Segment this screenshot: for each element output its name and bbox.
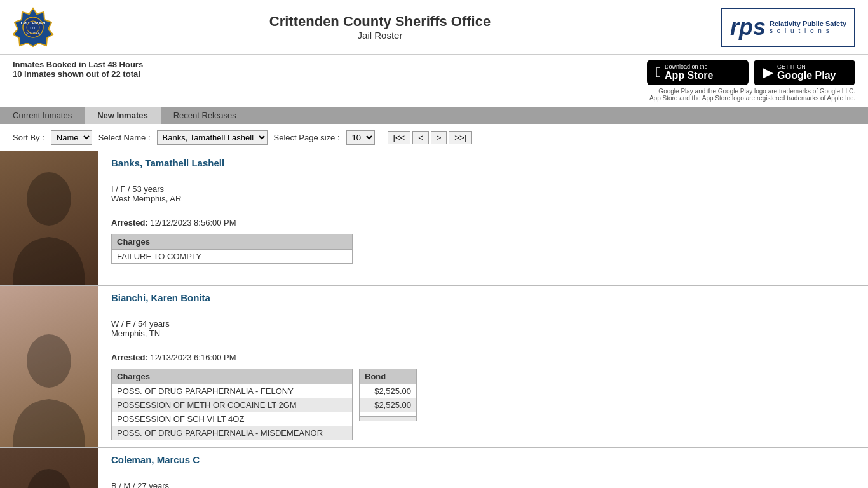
inmate-row: Coleman, Marcus CB / M / 27 yearsMarion,… [0,448,868,488]
inmate-list: Banks, Tamathell LashellI / F / 53 years… [0,151,868,488]
page-size-select[interactable]: 10 25 50 [346,130,375,145]
google-play-label: Google Play [777,70,836,81]
bond-cell: $2,525.00 [360,398,417,412]
download-label: Download on the [665,64,713,70]
disclaimer-line1: Google Play and the Google Play logo are… [649,88,855,95]
charge-cell: FAILURE TO COMPLY [112,250,353,264]
google-play-button[interactable]: ▶ GET IT ON Google Play [754,60,855,85]
inmate-name[interactable]: Bianchi, Karen Bonita [111,292,855,303]
pagination-prev[interactable]: < [412,131,429,144]
charges-bond-wrapper: ChargesFAILURE TO COMPLY [111,234,855,264]
charge-cell: POSSESSION OF METH OR COCAINE LT 2GM [112,398,353,412]
pagination-next[interactable]: > [431,131,447,144]
tab-recent-releases[interactable]: Recent Releases [161,107,249,124]
inmate-name[interactable]: Coleman, Marcus C [111,454,855,465]
name-select[interactable]: Banks, Tamathell Lashell Bianchi, Karen … [157,130,268,145]
google-play-icon: ▶ [763,64,773,81]
pagination-first[interactable]: |<< [388,131,411,144]
office-subtitle: Jail Roster [64,30,696,41]
app-disclaimer: Google Play and the Google Play logo are… [649,88,855,102]
tab-current-inmates[interactable]: Current Inmates [0,107,85,124]
bond-cell [360,417,417,421]
charge-cell: POSS. OF DRUG PARAPHERNALIA - MISDEMEANO… [112,426,353,440]
inmate-arrested: Arrested: 12/13/2023 6:16:00 PM [111,353,855,362]
page-title-area: Crittenden County Sheriffs Office Jail R… [64,13,696,41]
svg-point-7 [27,334,71,388]
sheriff-badge-icon: CRITTENDEN CO. SHERIFF [13,6,54,48]
charges-header: Charges [112,234,353,250]
pagination-controls: |<< < > >>| [388,131,472,144]
sheriff-badge-area: CRITTENDEN CO. SHERIFF [13,6,64,48]
app-store-label: App Store [665,70,713,81]
inmate-photo [0,151,98,285]
inmate-details: Bianchi, Karen BonitaW / F / 54 yearsMem… [98,286,868,447]
app-store-btn-text: Download on the App Store [665,64,713,81]
charges-table: ChargesPOSS. OF DRUG PARAPHERNALIA - FEL… [111,369,353,440]
inmate-arrested: Arrested: 12/12/2023 8:56:00 PM [111,218,855,227]
rps-line2: s o l u t i o n s [770,27,846,34]
svg-point-8 [27,469,71,488]
svg-text:CRITTENDEN: CRITTENDEN [21,21,46,25]
charge-cell: POSSESSION OF SCH VI LT 4OZ [112,412,353,426]
inmates-count-line2: 10 inmates shown out of 22 total [13,69,143,79]
charges-header: Charges [112,369,353,384]
page-size-label: Select Page size : [274,133,340,142]
pagination-last[interactable]: >>| [449,131,472,144]
app-badges-area:  Download on the App Store ▶ GET IT ON … [647,60,855,102]
app-badges-row:  Download on the App Store ▶ GET IT ON … [647,60,855,85]
disclaimer-line2: App Store and the App Store logo are reg… [649,95,855,102]
svg-point-6 [27,172,71,226]
rps-letters: rps [730,14,766,41]
bond-table: Bond$2,525.00$2,525.00 [359,369,417,421]
inmate-name[interactable]: Banks, Tamathell Lashell [111,158,855,168]
inmate-demographics: W / F / 54 yearsMemphis, TN [111,319,855,338]
rps-logo-area: rps Relativity Public Safety s o l u t i… [696,8,855,47]
bond-cell: $2,525.00 [360,384,417,398]
inmates-info: Inmates Booked in Last 48 Hours 10 inmat… [13,60,143,79]
inmate-photo [0,448,98,488]
inmate-details: Banks, Tamathell LashellI / F / 53 years… [98,151,868,285]
page-header: CRITTENDEN CO. SHERIFF Crittenden County… [0,0,868,55]
nav-tabs: Current Inmates New Inmates Recent Relea… [0,107,868,124]
inmate-row: Bianchi, Karen BonitaW / F / 54 yearsMem… [0,286,868,448]
controls-bar: Sort By : Name Select Name : Banks, Tama… [0,124,868,151]
sort-by-select[interactable]: Name [51,130,92,145]
apple-icon:  [656,65,661,79]
inmate-demographics: B / M / 27 yearsMarion, AR [111,481,855,488]
rps-logo: rps Relativity Public Safety s o l u t i… [721,8,855,47]
google-play-btn-text: GET IT ON Google Play [777,64,836,81]
charge-cell: POSS. OF DRUG PARAPHERNALIA - FELONY [112,384,353,398]
inmate-details: Coleman, Marcus CB / M / 27 yearsMarion,… [98,448,868,488]
inmates-count-line1: Inmates Booked in Last 48 Hours [13,60,143,69]
rps-line1: Relativity Public Safety [770,20,846,27]
app-info-area: Inmates Booked in Last 48 Hours 10 inmat… [0,55,868,107]
inmate-row: Banks, Tamathell LashellI / F / 53 years… [0,151,868,286]
get-it-label: GET IT ON [777,64,836,70]
bond-header: Bond [360,369,417,384]
inmate-photo [0,286,98,447]
tab-new-inmates[interactable]: New Inmates [85,107,160,124]
office-title: Crittenden County Sheriffs Office [64,13,696,30]
svg-text:CO.: CO. [31,26,36,30]
select-name-label: Select Name : [98,133,151,142]
charges-table: ChargesFAILURE TO COMPLY [111,234,353,264]
sort-by-label: Sort By : [13,133,44,142]
rps-tagline: Relativity Public Safety s o l u t i o n… [770,20,846,34]
inmate-demographics: I / F / 53 yearsWest Memphis, AR [111,184,855,203]
charges-bond-wrapper: ChargesPOSS. OF DRUG PARAPHERNALIA - FEL… [111,369,855,440]
bond-cell [360,412,417,417]
app-store-button[interactable]:  Download on the App Store [647,60,749,85]
